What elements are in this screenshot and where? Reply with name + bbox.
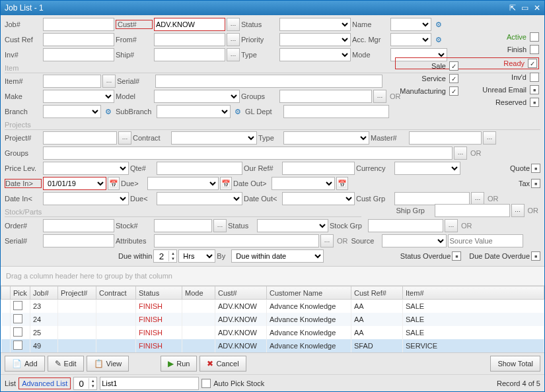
branch-select[interactable] [43, 105, 101, 118]
date-in-gt-input[interactable]: 01/01/19 [43, 177, 106, 190]
invd-check[interactable] [530, 73, 539, 82]
source-select[interactable] [382, 234, 447, 247]
close-icon[interactable]: ✕ [534, 3, 540, 13]
shipgrp-lookup[interactable]: … [511, 204, 525, 217]
col-item-[interactable]: Item# [403, 286, 544, 300]
list-name-input[interactable] [100, 377, 199, 390]
cust-lookup-button[interactable]: … [227, 18, 240, 31]
job-no-input[interactable] [43, 18, 114, 31]
active-check[interactable] [530, 32, 539, 42]
attributes-input[interactable] [154, 234, 319, 247]
stockgrp-lookup[interactable]: … [445, 219, 458, 232]
run-button[interactable]: ▶Run [161, 356, 197, 372]
advanced-list-link[interactable]: Advanced List [18, 377, 71, 389]
branch-gear-icon[interactable]: ⚙ [102, 105, 114, 118]
col-cust-[interactable]: Cust# [215, 286, 267, 300]
due-date-overdue-check[interactable] [531, 251, 540, 261]
col-job-[interactable]: Job# [30, 286, 58, 300]
pick-check[interactable] [13, 301, 22, 310]
custref-input[interactable] [43, 33, 114, 46]
col-indicator[interactable] [1, 286, 11, 300]
pgroups-input[interactable] [43, 147, 453, 160]
show-total-button[interactable]: Show Total [490, 356, 540, 372]
stock-lookup[interactable]: … [213, 219, 227, 232]
name-gear-icon[interactable]: ⚙ [433, 18, 445, 31]
by-select[interactable]: Due within date [231, 249, 324, 263]
ship-lookup-button[interactable]: … [227, 48, 240, 61]
attributes-lookup[interactable]: … [320, 234, 334, 247]
stockgrp-input[interactable] [368, 219, 443, 232]
restore-icon[interactable]: ⇱ [509, 3, 516, 13]
table-row[interactable]: 24FINISHADV.KNOWAdvance KnowledgeAASALE [1, 313, 544, 326]
col-project-[interactable]: Project# [58, 286, 96, 300]
currency-select[interactable] [394, 162, 460, 175]
auto-pick-check[interactable] [201, 379, 211, 388]
custgrp-lookup[interactable]: … [471, 192, 484, 205]
due-gt-input[interactable] [147, 177, 219, 190]
due-lt-input[interactable] [157, 192, 242, 205]
item-lookup-button[interactable]: … [102, 75, 116, 88]
pick-check[interactable] [13, 327, 22, 337]
col-contract[interactable]: Contract [96, 286, 136, 300]
cust-no-input[interactable] [154, 18, 225, 31]
due-within-unit[interactable]: Hrs [178, 249, 215, 263]
custgrp-input[interactable] [394, 192, 470, 205]
view-button[interactable]: 📋View [87, 356, 129, 372]
order-no-input[interactable] [43, 219, 114, 232]
groups-input[interactable] [279, 90, 372, 103]
master-no-input[interactable] [409, 131, 482, 145]
reserved-check[interactable] [530, 98, 539, 107]
from-lookup-button[interactable]: … [227, 33, 240, 46]
date-out-lt-input[interactable] [282, 192, 355, 205]
manufacturing-check[interactable] [449, 86, 458, 96]
serial-no-input[interactable] [155, 75, 382, 88]
service-check[interactable] [449, 74, 458, 83]
master-lookup[interactable]: … [483, 131, 496, 145]
priority-select[interactable] [279, 33, 351, 46]
date-in-lt-input[interactable] [43, 192, 129, 205]
project-no-input[interactable] [43, 131, 117, 145]
quote-check[interactable] [531, 164, 540, 173]
source-value-input[interactable] [448, 234, 523, 247]
subbranch-select[interactable] [157, 105, 231, 118]
ourref-input[interactable] [282, 162, 355, 175]
pick-check[interactable] [13, 341, 22, 350]
calendar-icon-1[interactable]: 📅 [108, 177, 120, 190]
qte-no-input[interactable] [157, 162, 242, 175]
pgroups-lookup[interactable]: … [454, 147, 467, 160]
group-hint[interactable]: Drag a column header here to group by th… [1, 267, 544, 286]
maximize-icon[interactable]: ▭ [521, 3, 528, 13]
table-row[interactable]: 49FINISHADV.KNOWAdvance KnowledgeSFADSER… [1, 339, 544, 352]
edit-button[interactable]: ✎Edit [48, 356, 84, 372]
due-within-spinner[interactable]: ▲▼ [153, 249, 177, 263]
col-customer-name[interactable]: Customer Name [267, 286, 351, 300]
sale-check[interactable] [449, 61, 458, 71]
cancel-button[interactable]: ✖Cancel [200, 356, 246, 372]
inv-no-input[interactable] [43, 48, 114, 61]
status-select[interactable] [279, 18, 351, 31]
finish-check[interactable] [530, 45, 539, 54]
status-overdue-check[interactable] [452, 251, 461, 261]
ready-check[interactable] [528, 59, 537, 68]
sstatus-select[interactable] [257, 219, 328, 232]
date-out-gt-input[interactable] [272, 177, 335, 190]
from-no-input[interactable] [154, 33, 225, 46]
shipgrp-input[interactable] [435, 204, 510, 217]
unread-check[interactable] [530, 85, 539, 94]
model-select[interactable] [154, 90, 240, 103]
name-select[interactable] [390, 18, 431, 31]
ptype-select[interactable] [283, 131, 369, 145]
contract-select[interactable] [171, 131, 257, 145]
stock-no-input[interactable] [154, 219, 212, 232]
item-no-input[interactable] [43, 75, 101, 88]
col-cust-ref-[interactable]: Cust Ref# [351, 286, 403, 300]
pick-check[interactable] [13, 314, 22, 323]
ship-no-input[interactable] [154, 48, 225, 61]
col-mode[interactable]: Mode [182, 286, 215, 300]
col-status[interactable]: Status [136, 286, 182, 300]
calendar-icon-2[interactable]: 📅 [220, 177, 232, 190]
type-select[interactable] [279, 48, 351, 61]
add-button[interactable]: 📄Add [5, 356, 45, 372]
table-row[interactable]: 25FINISHADV.KNOWAdvance KnowledgeAASALE [1, 326, 544, 339]
col-pick[interactable]: Pick [11, 286, 30, 300]
